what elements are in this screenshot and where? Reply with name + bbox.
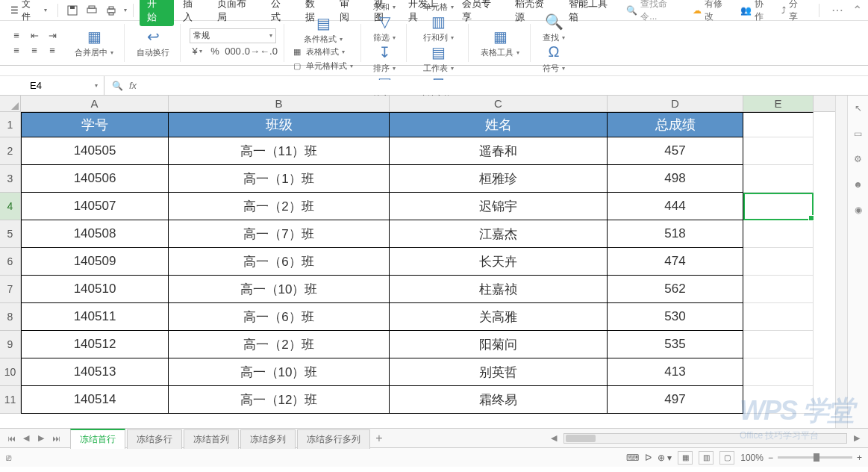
sheet-tab[interactable]: 冻结首行 [70, 429, 125, 449]
reading-icon[interactable]: ⊕ ▾ [658, 453, 672, 463]
indent-right-icon[interactable]: ⇥ [45, 29, 60, 43]
merge-center-button[interactable]: ▦ 合并居中▾ [69, 28, 119, 58]
align-mid-icon[interactable]: ≡ [27, 44, 42, 58]
percent-icon[interactable]: % [207, 45, 222, 58]
zoom-control[interactable]: 100% − + [740, 453, 862, 463]
align-top-icon[interactable]: ≡ [9, 44, 24, 58]
cell[interactable]: 474 [608, 248, 743, 276]
cell[interactable]: 阳菊问 [390, 331, 608, 358]
cell[interactable]: 迟锦宇 [390, 193, 608, 220]
comma-icon[interactable]: 000 [225, 45, 240, 58]
file-menu[interactable]: ☰ 文件 ▾ [6, 0, 51, 25]
outdent-icon[interactable]: ≡ [9, 29, 24, 43]
inc-decimal-icon[interactable]: .0→ [243, 45, 258, 58]
cell[interactable]: 江嘉杰 [390, 220, 608, 248]
print-icon[interactable] [103, 2, 119, 19]
cell[interactable]: 444 [608, 193, 743, 220]
rowcol-button[interactable]: ▥行和列▾ [417, 13, 460, 43]
cell[interactable]: 高一（10）班 [169, 276, 390, 303]
chevron-down-icon[interactable]: ▾ [95, 82, 98, 89]
col-header-C[interactable]: C [390, 96, 608, 111]
row-header-9[interactable]: 9 [0, 331, 21, 358]
sheet-next[interactable]: ▶ [34, 432, 48, 445]
input-mode-icon[interactable]: ⌨ [626, 453, 639, 463]
cell[interactable] [743, 276, 814, 303]
row-header-11[interactable]: 11 [0, 386, 21, 414]
cell[interactable] [743, 386, 814, 414]
sheet-tab[interactable]: 冻结多列 [240, 429, 296, 449]
table-style-button[interactable]: ▦ 表格样式▾ [293, 46, 353, 58]
cell[interactable]: 562 [608, 276, 743, 303]
cell[interactable]: 140507 [21, 193, 169, 220]
cell[interactable]: 高一（10）班 [169, 358, 390, 386]
cursor-icon[interactable]: ↖ [852, 102, 865, 115]
number-format-combo[interactable]: 常规▾ [190, 28, 276, 43]
cell[interactable]: 高一（12）班 [169, 386, 390, 414]
save-icon[interactable] [64, 2, 81, 19]
row-header-1[interactable]: 1 [0, 112, 21, 137]
wrap-text-button[interactable]: ↩ 自动换行 [131, 28, 175, 58]
command-search[interactable]: 🔍 查找命令... [626, 0, 684, 23]
robot-icon[interactable]: ☻ [852, 178, 865, 191]
cell[interactable]: 高一（2）班 [169, 331, 390, 358]
grid[interactable]: A B C D E 1 学号 班级 姓名 总成绩 2140505高一（11）班遥… [0, 96, 835, 428]
collab-button[interactable]: 👥 协作 [740, 0, 772, 23]
cell[interactable]: 关高雅 [390, 303, 608, 331]
name-box[interactable]: ▾ [0, 76, 104, 95]
sheet-last[interactable]: ⏭ [49, 432, 63, 445]
cond-format-button[interactable]: ▤ 条件格式▾ [298, 14, 349, 45]
name-box-input[interactable] [6, 80, 66, 91]
cell[interactable] [743, 220, 814, 248]
sheet-tab[interactable]: 冻结多行 [127, 429, 182, 449]
cell[interactable]: 140508 [21, 220, 169, 248]
layout-icon[interactable]: ᐅ [645, 453, 652, 463]
cell[interactable]: 桓雅珍 [390, 165, 608, 193]
cell[interactable]: 140512 [21, 331, 169, 358]
row-header-4[interactable]: 4 [0, 193, 21, 220]
cell-button[interactable]: ▢单元格▾ [417, 0, 460, 13]
sheet-tab[interactable]: 冻结首列 [184, 429, 239, 449]
row-header-10[interactable]: 10 [0, 358, 21, 386]
cell[interactable]: 497 [608, 386, 743, 414]
cell[interactable]: 高一（2）班 [169, 193, 390, 220]
worksheet-button[interactable]: ▤工作表▾ [417, 43, 460, 74]
cell[interactable]: 498 [608, 165, 743, 193]
row-header-8[interactable]: 8 [0, 303, 21, 331]
cell[interactable]: 140506 [21, 165, 169, 193]
header-cell[interactable]: 总成绩 [608, 112, 743, 137]
dec-decimal-icon[interactable]: ←.0 [261, 45, 276, 58]
row-header-5[interactable]: 5 [0, 220, 21, 248]
cell[interactable]: 457 [608, 137, 743, 165]
hscroll-left[interactable]: ◀ [547, 432, 561, 445]
zoom-slider-track[interactable] [778, 456, 852, 459]
header-cell[interactable]: 姓名 [390, 112, 608, 137]
select-all-corner[interactable] [0, 96, 21, 111]
tab-pagelayout[interactable]: 页面布局 [211, 0, 262, 27]
cloud-unsaved[interactable]: ☁ 有修改 [693, 0, 731, 23]
tab-start[interactable]: 开始 [140, 0, 174, 26]
chevron-down-icon[interactable]: ▾ [124, 7, 127, 13]
cell[interactable]: 高一（11）班 [169, 137, 390, 165]
cell[interactable]: 柱嘉祯 [390, 276, 608, 303]
cell[interactable]: 535 [608, 331, 743, 358]
tabletool-button[interactable]: ▦表格工具▾ [475, 28, 525, 58]
find-button[interactable]: 🔍查找▾ [537, 13, 571, 43]
header-cell[interactable]: 学号 [21, 112, 169, 137]
cell[interactable]: 长天卉 [390, 248, 608, 276]
view-normal[interactable]: ▦ [678, 451, 693, 465]
cell[interactable]: 高一（7）班 [169, 220, 390, 248]
cell[interactable] [743, 165, 814, 193]
cell[interactable]: 140511 [21, 303, 169, 331]
cell[interactable]: 140513 [21, 358, 169, 386]
col-header-A[interactable]: A [21, 96, 169, 111]
horizontal-scrollbar[interactable] [563, 433, 847, 444]
sort-button[interactable]: ↧排序▾ [367, 43, 402, 74]
cell[interactable]: 413 [608, 358, 743, 386]
cell[interactable]: 高一（6）班 [169, 303, 390, 331]
sheet-tab[interactable]: 冻结多行多列 [297, 429, 370, 449]
view-page[interactable]: ▥ [699, 451, 714, 465]
print-preview-icon[interactable] [84, 2, 100, 19]
cell[interactable]: 140514 [21, 386, 169, 414]
row-header-6[interactable]: 6 [0, 248, 21, 276]
sheet-first[interactable]: ⏮ [4, 432, 18, 445]
